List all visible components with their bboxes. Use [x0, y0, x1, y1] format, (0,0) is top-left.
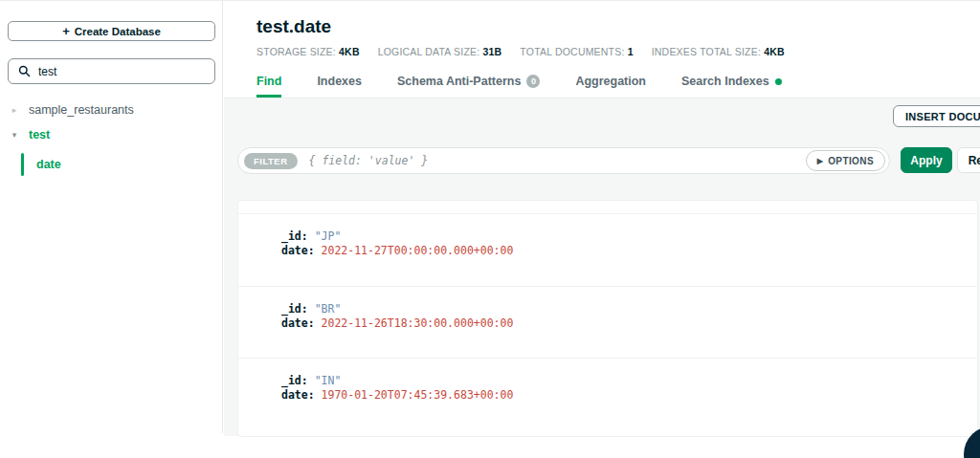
collection-label: date: [36, 158, 61, 171]
database-tree: ▸ sample_restaurants ▾ test date: [0, 98, 222, 176]
sidebar-item-test[interactable]: ▾ test: [0, 122, 222, 147]
tab-search-indexes[interactable]: Search Indexes: [681, 75, 782, 98]
apply-button[interactable]: Apply: [901, 147, 952, 173]
search-icon: [18, 65, 31, 77]
collection-stats: STORAGE SIZE: 4KB LOGICAL DATA SIZE: 31B…: [256, 46, 980, 57]
green-status-dot: [775, 78, 782, 85]
chevron-right-icon[interactable]: ▸: [10, 105, 19, 115]
stat-total-documents: TOTAL DOCUMENTS: 1: [520, 46, 633, 57]
sidebar-item-sample-restaurants[interactable]: ▸ sample_restaurants: [0, 98, 222, 122]
caret-right-icon: ▶: [817, 157, 824, 165]
collection-tabs: Find Indexes Schema Anti-Patterns 0 Aggr…: [256, 75, 782, 98]
count-badge: 0: [526, 75, 540, 88]
options-button[interactable]: ▶ OPTIONS: [806, 150, 885, 171]
create-database-button[interactable]: + Create Database: [8, 21, 215, 41]
reset-button[interactable]: Reset: [957, 147, 980, 173]
sidebar-item-date[interactable]: date: [0, 153, 222, 176]
create-database-label: Create Database: [75, 26, 161, 37]
collection-header: test.date STORAGE SIZE: 4KB LOGICAL DATA…: [224, 1, 980, 98]
document-field-date: date: 2022-11-26T18:30:00.000+00:00: [281, 316, 977, 331]
document-field-date: date: 1970-01-20T07:45:39.683+00:00: [281, 388, 977, 403]
app-root: + Create Database ▸ sample_restaurants ▾…: [0, 0, 980, 458]
tab-find[interactable]: Find: [256, 75, 281, 98]
filter-bar: FILTER ▶ OPTIONS: [237, 147, 890, 174]
document-field-id: _id: "BR": [281, 302, 977, 316]
document-list-toolbar: [238, 201, 977, 214]
filter-query-input[interactable]: [309, 154, 806, 167]
sidebar: + Create Database ▸ sample_restaurants ▾…: [0, 1, 223, 433]
document-field-id: _id: "IN": [281, 374, 977, 388]
document-row[interactable]: _id: "IN" date: 1970-01-20T07:45:39.683+…: [238, 358, 977, 429]
stat-storage-size: STORAGE SIZE: 4KB: [256, 46, 360, 57]
sidebar-search[interactable]: [8, 58, 215, 84]
document-list: _id: "JP" date: 2022-11-27T00:00:00.000+…: [237, 200, 978, 437]
document-field-date: date: 2022-11-27T00:00:00.000+00:00: [281, 244, 977, 258]
tab-schema-anti-patterns[interactable]: Schema Anti-Patterns 0: [397, 75, 540, 98]
documents-workspace: INSERT DOCUMENT FILTER ▶ OPTIONS Apply R…: [224, 98, 980, 436]
tab-aggregation[interactable]: Aggregation: [575, 75, 646, 98]
document-field-id: _id: "JP": [281, 229, 977, 244]
document-row[interactable]: _id: "BR" date: 2022-11-26T18:30:00.000+…: [238, 286, 977, 358]
tab-indexes[interactable]: Indexes: [317, 75, 362, 98]
stat-indexes-total-size: INDEXES TOTAL SIZE: 4KB: [652, 46, 785, 57]
sidebar-search-input[interactable]: [38, 65, 205, 78]
active-collection-indicator: [21, 153, 24, 176]
page-title: test.date: [256, 16, 980, 37]
plus-icon: +: [62, 25, 70, 37]
insert-document-button[interactable]: INSERT DOCUMENT: [893, 105, 980, 127]
database-label: test: [29, 128, 50, 142]
document-row[interactable]: _id: "JP" date: 2022-11-27T00:00:00.000+…: [238, 214, 977, 286]
stat-logical-data-size: LOGICAL DATA SIZE: 31B: [378, 46, 502, 57]
chevron-down-icon[interactable]: ▾: [10, 130, 19, 140]
database-label: sample_restaurants: [29, 103, 134, 117]
filter-pill-label: FILTER: [244, 153, 298, 169]
